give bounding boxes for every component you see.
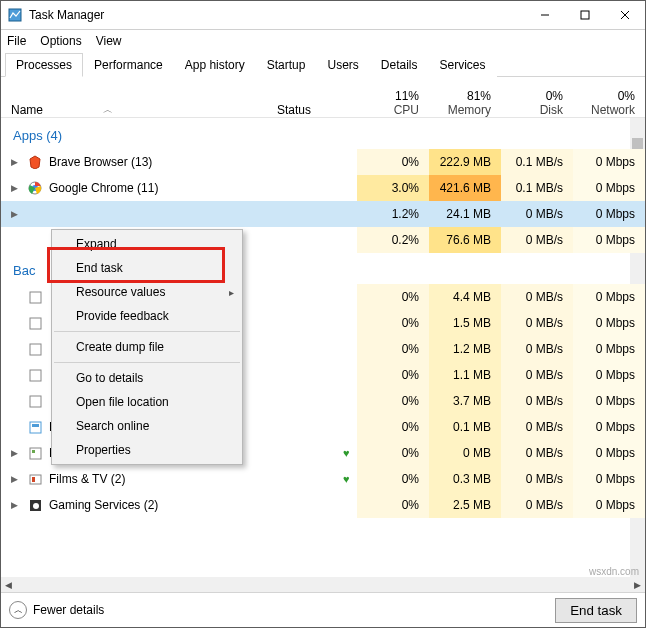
cell-network: 0 Mbps bbox=[573, 175, 645, 201]
cell-network: 0 Mbps bbox=[573, 149, 645, 175]
chevron-right-icon[interactable]: ▶ bbox=[1, 474, 21, 484]
tab-processes[interactable]: Processes bbox=[5, 53, 83, 77]
cell-memory: 76.6 MB bbox=[429, 227, 501, 253]
context-open-file-location[interactable]: Open file location bbox=[52, 390, 242, 414]
svg-rect-16 bbox=[30, 475, 41, 484]
tab-users[interactable]: Users bbox=[316, 53, 369, 77]
scroll-right-icon[interactable]: ▶ bbox=[630, 580, 645, 590]
leaf-icon: ♥ bbox=[343, 473, 357, 485]
table-row[interactable]: ▶ Google Chrome (11) 3.0% 421.6 MB 0.1 M… bbox=[1, 175, 645, 201]
scroll-left-icon[interactable]: ◀ bbox=[1, 580, 16, 590]
table-row[interactable]: ▶ Gaming Services (2) 0% 2.5 MB 0 MB/s 0… bbox=[1, 492, 645, 518]
chevron-right-icon[interactable]: ▶ bbox=[1, 209, 21, 219]
context-create-dump[interactable]: Create dump file bbox=[52, 335, 242, 359]
chevron-right-icon[interactable]: ▶ bbox=[1, 448, 21, 458]
menu-separator bbox=[54, 331, 240, 332]
menu-separator bbox=[54, 362, 240, 363]
svg-rect-8 bbox=[30, 318, 41, 329]
titlebar: Task Manager bbox=[1, 1, 645, 30]
column-name[interactable]: Name bbox=[11, 103, 43, 117]
brave-icon bbox=[27, 154, 43, 170]
cell-disk: 0 MB/s bbox=[501, 227, 573, 253]
svg-rect-12 bbox=[30, 422, 41, 433]
svg-rect-14 bbox=[30, 448, 41, 459]
sort-indicator-icon: ︿ bbox=[103, 103, 113, 117]
generic-process-icon bbox=[27, 393, 43, 409]
column-network[interactable]: 0%Network bbox=[573, 89, 645, 117]
group-apps: Apps (4) bbox=[1, 118, 645, 149]
cell-disk: 0.1 MB/s bbox=[501, 175, 573, 201]
generic-process-icon bbox=[27, 367, 43, 383]
cell-network: 0 Mbps bbox=[573, 227, 645, 253]
table-row-selected[interactable]: ▶ 1.2% 24.1 MB 0 MB/s 0 Mbps bbox=[1, 201, 645, 227]
cell-memory: 421.6 MB bbox=[429, 175, 501, 201]
context-resource-values[interactable]: Resource values bbox=[52, 280, 242, 304]
context-properties[interactable]: Properties bbox=[52, 438, 242, 462]
process-name: Google Chrome (11) bbox=[49, 181, 263, 195]
cell-memory: 24.1 MB bbox=[429, 201, 501, 227]
cell-disk: 0.1 MB/s bbox=[501, 149, 573, 175]
app-icon bbox=[7, 7, 23, 23]
column-cpu[interactable]: 11%CPU bbox=[357, 89, 429, 117]
generic-process-icon bbox=[27, 341, 43, 357]
tab-startup[interactable]: Startup bbox=[256, 53, 317, 77]
menu-view[interactable]: View bbox=[96, 34, 122, 48]
features-icon bbox=[27, 419, 43, 435]
svg-rect-10 bbox=[30, 370, 41, 381]
svg-point-19 bbox=[33, 503, 39, 509]
context-provide-feedback[interactable]: Provide feedback bbox=[52, 304, 242, 328]
context-expand[interactable]: Expand bbox=[52, 232, 242, 256]
context-go-to-details[interactable]: Go to details bbox=[52, 366, 242, 390]
cell-cpu: 3.0% bbox=[357, 175, 429, 201]
menubar: File Options View bbox=[1, 30, 645, 52]
chevron-up-icon: ︿ bbox=[9, 601, 27, 619]
column-header[interactable]: Name ︿ Status 11%CPU 81%Memory 0%Disk 0%… bbox=[1, 77, 645, 118]
process-name: Brave Browser (13) bbox=[49, 155, 263, 169]
task-manager-window: Task Manager File Options View Processes… bbox=[0, 0, 646, 628]
chevron-right-icon[interactable]: ▶ bbox=[1, 500, 21, 510]
column-status[interactable]: Status bbox=[277, 103, 357, 117]
table-row[interactable]: ▶ Brave Browser (13) 0% 222.9 MB 0.1 MB/… bbox=[1, 149, 645, 175]
context-end-task[interactable]: End task bbox=[52, 256, 242, 280]
context-menu: Expand End task Resource values Provide … bbox=[51, 229, 243, 465]
column-disk[interactable]: 0%Disk bbox=[501, 89, 573, 117]
close-button[interactable] bbox=[605, 1, 645, 29]
app-icon bbox=[27, 206, 43, 222]
generic-process-icon bbox=[27, 289, 43, 305]
app-icon bbox=[27, 232, 43, 248]
tabstrip: Processes Performance App history Startu… bbox=[1, 52, 645, 77]
generic-process-icon bbox=[27, 315, 43, 331]
gaming-services-icon bbox=[27, 497, 43, 513]
fewer-details-toggle[interactable]: ︿ Fewer details bbox=[9, 601, 104, 619]
cell-cpu: 1.2% bbox=[357, 201, 429, 227]
footer: ︿ Fewer details End task bbox=[1, 592, 645, 627]
window-title: Task Manager bbox=[29, 8, 525, 22]
tab-performance[interactable]: Performance bbox=[83, 53, 174, 77]
context-search-online[interactable]: Search online bbox=[52, 414, 242, 438]
end-task-button[interactable]: End task bbox=[555, 598, 637, 623]
horizontal-scrollbar[interactable]: ◀ ▶ bbox=[1, 577, 645, 592]
tab-services[interactable]: Services bbox=[429, 53, 497, 77]
cell-memory: 222.9 MB bbox=[429, 149, 501, 175]
tab-app-history[interactable]: App history bbox=[174, 53, 256, 77]
maximize-button[interactable] bbox=[565, 1, 605, 29]
svg-rect-15 bbox=[32, 450, 35, 453]
process-name: Films & TV (2) bbox=[49, 472, 263, 486]
films-tv-icon bbox=[27, 471, 43, 487]
svg-rect-2 bbox=[581, 11, 589, 19]
column-memory[interactable]: 81%Memory bbox=[429, 89, 501, 117]
minimize-button[interactable] bbox=[525, 1, 565, 29]
menu-options[interactable]: Options bbox=[40, 34, 81, 48]
chevron-right-icon[interactable]: ▶ bbox=[1, 157, 21, 167]
svg-rect-7 bbox=[30, 292, 41, 303]
cell-cpu: 0% bbox=[357, 149, 429, 175]
svg-rect-17 bbox=[32, 477, 35, 482]
chevron-right-icon[interactable]: ▶ bbox=[1, 183, 21, 193]
table-row[interactable]: ▶ Films & TV (2)♥ 0% 0.3 MB 0 MB/s 0 Mbp… bbox=[1, 466, 645, 492]
cell-network: 0 Mbps bbox=[573, 201, 645, 227]
menu-file[interactable]: File bbox=[7, 34, 26, 48]
tab-details[interactable]: Details bbox=[370, 53, 429, 77]
cell-cpu: 0.2% bbox=[357, 227, 429, 253]
fewer-details-label: Fewer details bbox=[33, 603, 104, 617]
svg-rect-9 bbox=[30, 344, 41, 355]
